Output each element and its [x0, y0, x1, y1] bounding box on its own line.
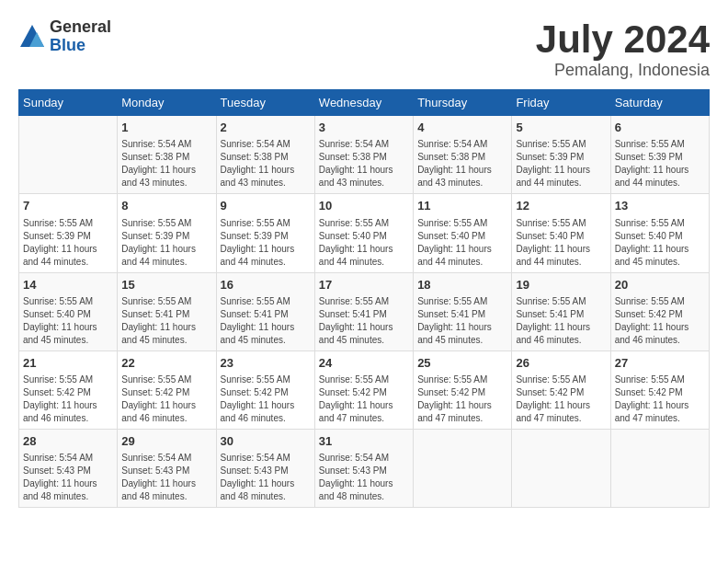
day-info: Sunrise: 5:55 AM Sunset: 5:40 PM Dayligh… — [516, 217, 606, 269]
logo: General Blue — [18, 18, 111, 55]
day-info: Sunrise: 5:54 AM Sunset: 5:43 PM Dayligh… — [221, 452, 311, 503]
day-info: Sunrise: 5:55 AM Sunset: 5:42 PM Dayligh… — [121, 373, 211, 425]
calendar-cell: 10Sunrise: 5:55 AM Sunset: 5:40 PM Dayli… — [314, 194, 413, 272]
day-number: 24 — [319, 355, 409, 372]
calendar-cell — [512, 429, 610, 507]
calendar-week-row: 1Sunrise: 5:54 AM Sunset: 5:38 PM Daylig… — [19, 116, 710, 194]
day-info: Sunrise: 5:55 AM Sunset: 5:41 PM Dayligh… — [319, 295, 409, 347]
calendar-cell: 29Sunrise: 5:54 AM Sunset: 5:43 PM Dayli… — [118, 429, 216, 507]
calendar-body: 1Sunrise: 5:54 AM Sunset: 5:38 PM Daylig… — [19, 116, 710, 508]
day-number: 12 — [516, 198, 606, 214]
calendar-cell: 31Sunrise: 5:54 AM Sunset: 5:43 PM Dayli… — [314, 429, 413, 507]
day-info: Sunrise: 5:55 AM Sunset: 5:39 PM Dayligh… — [121, 217, 211, 269]
calendar-table: SundayMondayTuesdayWednesdayThursdayFrid… — [18, 89, 710, 508]
logo-general: General — [50, 18, 111, 37]
calendar-cell: 1Sunrise: 5:54 AM Sunset: 5:38 PM Daylig… — [118, 116, 216, 194]
calendar-cell: 17Sunrise: 5:55 AM Sunset: 5:41 PM Dayli… — [314, 272, 413, 350]
day-of-week-header: Monday — [118, 90, 216, 116]
calendar-cell: 23Sunrise: 5:55 AM Sunset: 5:42 PM Dayli… — [216, 350, 314, 429]
calendar-cell: 3Sunrise: 5:54 AM Sunset: 5:38 PM Daylig… — [314, 116, 413, 194]
day-info: Sunrise: 5:54 AM Sunset: 5:38 PM Dayligh… — [221, 138, 311, 190]
day-of-week-header: Sunday — [19, 90, 118, 116]
day-of-week-header: Tuesday — [216, 90, 314, 116]
calendar-cell: 28Sunrise: 5:54 AM Sunset: 5:43 PM Dayli… — [19, 429, 118, 507]
page-header: General Blue July 2024 Pemalang, Indones… — [18, 18, 710, 80]
day-number: 29 — [121, 433, 211, 450]
day-info: Sunrise: 5:55 AM Sunset: 5:40 PM Dayligh… — [615, 217, 705, 269]
day-info: Sunrise: 5:55 AM Sunset: 5:39 PM Dayligh… — [221, 217, 311, 269]
day-number: 28 — [23, 433, 113, 450]
day-number: 13 — [615, 198, 705, 214]
day-of-week-header: Wednesday — [314, 90, 413, 116]
calendar-cell: 5Sunrise: 5:55 AM Sunset: 5:39 PM Daylig… — [512, 116, 610, 194]
day-info: Sunrise: 5:55 AM Sunset: 5:39 PM Dayligh… — [615, 138, 705, 190]
day-number: 2 — [221, 120, 311, 136]
day-number: 27 — [615, 355, 705, 372]
calendar-cell: 21Sunrise: 5:55 AM Sunset: 5:42 PM Dayli… — [19, 350, 118, 429]
day-of-week-header: Saturday — [610, 90, 709, 116]
day-number: 26 — [516, 355, 606, 372]
day-of-week-header: Thursday — [414, 90, 512, 116]
day-number: 14 — [23, 277, 113, 293]
logo-blue: Blue — [50, 37, 111, 55]
logo-text: General Blue — [50, 18, 111, 55]
calendar-week-row: 7Sunrise: 5:55 AM Sunset: 5:39 PM Daylig… — [19, 194, 710, 272]
day-info: Sunrise: 5:55 AM Sunset: 5:39 PM Dayligh… — [516, 138, 606, 190]
day-number: 10 — [319, 198, 409, 214]
day-number: 21 — [23, 355, 113, 372]
day-number: 22 — [121, 355, 211, 372]
day-number: 8 — [121, 198, 211, 214]
day-info: Sunrise: 5:55 AM Sunset: 5:42 PM Dayligh… — [417, 373, 507, 425]
calendar-cell: 20Sunrise: 5:55 AM Sunset: 5:42 PM Dayli… — [610, 272, 709, 350]
calendar-cell — [414, 429, 512, 507]
day-info: Sunrise: 5:55 AM Sunset: 5:40 PM Dayligh… — [319, 217, 409, 269]
calendar-cell: 25Sunrise: 5:55 AM Sunset: 5:42 PM Dayli… — [414, 350, 512, 429]
day-info: Sunrise: 5:54 AM Sunset: 5:43 PM Dayligh… — [121, 452, 211, 503]
day-info: Sunrise: 5:55 AM Sunset: 5:42 PM Dayligh… — [615, 373, 705, 425]
day-info: Sunrise: 5:54 AM Sunset: 5:38 PM Dayligh… — [121, 138, 211, 190]
calendar-cell: 2Sunrise: 5:54 AM Sunset: 5:38 PM Daylig… — [216, 116, 314, 194]
day-number: 20 — [615, 277, 705, 293]
day-number: 4 — [417, 120, 507, 136]
day-number: 18 — [417, 277, 507, 293]
day-number: 6 — [615, 120, 705, 136]
day-number: 19 — [516, 277, 606, 293]
calendar-header: SundayMondayTuesdayWednesdayThursdayFrid… — [19, 90, 710, 116]
day-of-week-header: Friday — [512, 90, 610, 116]
calendar-cell: 9Sunrise: 5:55 AM Sunset: 5:39 PM Daylig… — [216, 194, 314, 272]
day-info: Sunrise: 5:55 AM Sunset: 5:41 PM Dayligh… — [516, 295, 606, 347]
calendar-cell: 16Sunrise: 5:55 AM Sunset: 5:41 PM Dayli… — [216, 272, 314, 350]
day-info: Sunrise: 5:55 AM Sunset: 5:42 PM Dayligh… — [319, 373, 409, 425]
logo-icon — [18, 23, 46, 51]
calendar-cell: 11Sunrise: 5:55 AM Sunset: 5:40 PM Dayli… — [414, 194, 512, 272]
day-number: 5 — [516, 120, 606, 136]
calendar-cell: 30Sunrise: 5:54 AM Sunset: 5:43 PM Dayli… — [216, 429, 314, 507]
day-info: Sunrise: 5:54 AM Sunset: 5:38 PM Dayligh… — [417, 138, 507, 190]
days-of-week-row: SundayMondayTuesdayWednesdayThursdayFrid… — [19, 90, 710, 116]
day-info: Sunrise: 5:54 AM Sunset: 5:43 PM Dayligh… — [23, 452, 113, 503]
day-info: Sunrise: 5:55 AM Sunset: 5:40 PM Dayligh… — [23, 295, 113, 347]
day-number: 25 — [417, 355, 507, 372]
calendar-cell: 18Sunrise: 5:55 AM Sunset: 5:41 PM Dayli… — [414, 272, 512, 350]
day-number: 3 — [319, 120, 409, 136]
day-number: 11 — [417, 198, 507, 214]
day-info: Sunrise: 5:55 AM Sunset: 5:41 PM Dayligh… — [221, 295, 311, 347]
calendar-cell: 8Sunrise: 5:55 AM Sunset: 5:39 PM Daylig… — [118, 194, 216, 272]
calendar-cell: 15Sunrise: 5:55 AM Sunset: 5:41 PM Dayli… — [118, 272, 216, 350]
day-number: 7 — [23, 198, 113, 214]
day-info: Sunrise: 5:55 AM Sunset: 5:39 PM Dayligh… — [23, 217, 113, 269]
day-info: Sunrise: 5:55 AM Sunset: 5:41 PM Dayligh… — [417, 295, 507, 347]
calendar-cell: 14Sunrise: 5:55 AM Sunset: 5:40 PM Dayli… — [19, 272, 118, 350]
day-number: 1 — [121, 120, 211, 136]
day-info: Sunrise: 5:55 AM Sunset: 5:40 PM Dayligh… — [417, 217, 507, 269]
day-number: 17 — [319, 277, 409, 293]
day-info: Sunrise: 5:55 AM Sunset: 5:42 PM Dayligh… — [23, 373, 113, 425]
calendar-cell: 24Sunrise: 5:55 AM Sunset: 5:42 PM Dayli… — [314, 350, 413, 429]
calendar-cell — [610, 429, 709, 507]
day-number: 30 — [221, 433, 311, 450]
day-number: 31 — [319, 433, 409, 450]
day-info: Sunrise: 5:55 AM Sunset: 5:42 PM Dayligh… — [516, 373, 606, 425]
day-number: 23 — [221, 355, 311, 372]
calendar-week-row: 21Sunrise: 5:55 AM Sunset: 5:42 PM Dayli… — [19, 350, 710, 429]
calendar-cell: 12Sunrise: 5:55 AM Sunset: 5:40 PM Dayli… — [512, 194, 610, 272]
